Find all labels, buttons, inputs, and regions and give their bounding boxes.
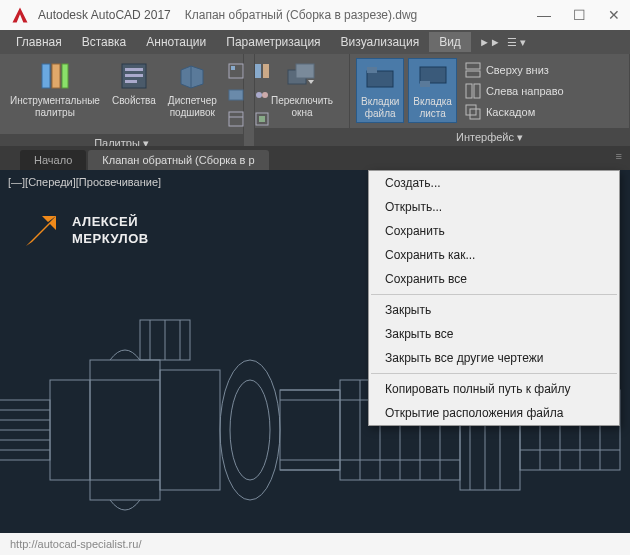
svg-rect-37 — [50, 380, 90, 480]
svg-point-47 — [230, 380, 270, 480]
ctx-create[interactable]: Создать... — [369, 171, 619, 195]
cascade[interactable]: Каскадом — [461, 102, 568, 122]
ctx-open-location[interactable]: Открытие расположения файла — [369, 401, 619, 425]
tab-menu-icon[interactable]: ≡ — [616, 150, 622, 162]
ribbon-extras: ►► ☰ ▾ — [479, 36, 526, 49]
svg-rect-25 — [466, 63, 480, 69]
panel-interface: Вкладки файла Вкладка листа Сверху вниз … — [350, 54, 630, 146]
footer: http://autocad-specialist.ru/ — [0, 533, 630, 555]
ctx-close[interactable]: Закрыть — [369, 298, 619, 322]
switch-windows-button[interactable]: Переключить окна — [267, 58, 337, 121]
svg-rect-11 — [229, 112, 243, 126]
svg-rect-48 — [280, 390, 340, 470]
svg-rect-20 — [296, 64, 314, 78]
maximize-button[interactable]: ☐ — [573, 7, 586, 23]
panel-title-interface[interactable]: Интерфейс▾ — [350, 128, 629, 146]
ctx-save[interactable]: Сохранить — [369, 219, 619, 243]
panel-title-empty — [255, 128, 349, 146]
panel-palettes: Инструментальные палитры Свойства Диспет… — [0, 54, 244, 146]
tile-vertical[interactable]: Слева направо — [461, 81, 568, 101]
tool-palettes-button[interactable]: Инструментальные палитры — [6, 58, 104, 121]
file-tabs-icon — [364, 61, 396, 93]
window-controls: — ☐ ✕ — [537, 7, 620, 23]
tab-view[interactable]: Вид — [429, 32, 471, 52]
tab-parametric[interactable]: Параметризация — [216, 32, 330, 52]
chevron-down-icon: ▾ — [517, 128, 523, 146]
svg-rect-23 — [420, 67, 446, 83]
panel-windows: Переключить окна — [254, 54, 350, 146]
svg-rect-9 — [231, 66, 235, 70]
doc-tab-current[interactable]: Клапан обратный (Сборка в р — [88, 150, 268, 170]
svg-rect-27 — [466, 84, 472, 98]
properties-icon — [118, 60, 150, 92]
ctx-close-all[interactable]: Закрыть все — [369, 322, 619, 346]
tile-horizontal[interactable]: Сверху вниз — [461, 60, 568, 80]
play-icon[interactable]: ►► — [479, 36, 501, 48]
sheetset-icon — [176, 60, 208, 92]
footer-url: http://autocad-specialist.ru/ — [10, 538, 141, 550]
svg-rect-22 — [367, 67, 377, 73]
tile-v-icon — [465, 83, 481, 99]
svg-rect-24 — [420, 81, 430, 87]
document-filename: Клапан обратный (Сборка в разрезе).dwg — [185, 8, 418, 22]
ctx-save-all[interactable]: Сохранить все — [369, 267, 619, 291]
cascade-icon — [465, 104, 481, 120]
file-tabs-button[interactable]: Вкладки файла — [356, 58, 404, 123]
svg-rect-45 — [160, 370, 220, 490]
svg-rect-2 — [62, 64, 68, 88]
svg-point-46 — [220, 360, 280, 500]
svg-rect-26 — [466, 71, 480, 77]
ribbon: Инструментальные палитры Свойства Диспет… — [0, 54, 630, 146]
separator — [371, 294, 617, 295]
tab-home[interactable]: Главная — [6, 32, 72, 52]
watermark: АЛЕКСЕЙ МЕРКУЛОВ — [20, 210, 149, 252]
ctx-copy-path[interactable]: Копировать полный путь к файлу — [369, 377, 619, 401]
svg-rect-21 — [367, 71, 393, 87]
tile-h-icon — [465, 62, 481, 78]
small-btn-2[interactable] — [225, 84, 247, 106]
separator — [371, 373, 617, 374]
tab-context-menu: Создать... Открыть... Сохранить Сохранит… — [368, 170, 620, 426]
ctx-save-as[interactable]: Сохранить как... — [369, 243, 619, 267]
svg-rect-38 — [90, 360, 160, 500]
svg-rect-4 — [125, 68, 143, 71]
svg-rect-10 — [229, 90, 243, 100]
properties-button[interactable]: Свойства — [108, 58, 160, 109]
minimize-button[interactable]: — — [537, 7, 551, 23]
svg-rect-0 — [42, 64, 50, 88]
watermark-arrow-icon — [20, 210, 62, 252]
ctx-close-others[interactable]: Закрыть все другие чертежи — [369, 346, 619, 370]
small-btn-3[interactable] — [225, 108, 247, 130]
svg-rect-30 — [470, 109, 480, 119]
doc-tab-start[interactable]: Начало — [20, 150, 86, 170]
app-logo-icon — [10, 5, 30, 25]
layout-tab-button[interactable]: Вкладка листа — [408, 58, 457, 123]
svg-rect-29 — [466, 105, 476, 115]
small-buttons-col — [225, 58, 247, 130]
ctx-open[interactable]: Открыть... — [369, 195, 619, 219]
titlebar: Autodesk AutoCAD 2017 Клапан обратный (С… — [0, 0, 630, 30]
sheetset-manager-button[interactable]: Диспетчер подшивок — [164, 58, 221, 121]
tile-options: Сверху вниз Слева направо Каскадом — [461, 58, 568, 122]
document-tabs: Начало Клапан обратный (Сборка в р ≡ — [0, 146, 630, 170]
ribbon-tabs: Главная Вставка Аннотации Параметризация… — [0, 30, 630, 54]
tab-visualization[interactable]: Визуализация — [331, 32, 430, 52]
layout-tab-icon — [417, 61, 449, 93]
svg-rect-1 — [52, 64, 60, 88]
small-btn-1[interactable] — [225, 60, 247, 82]
palettes-icon — [39, 60, 71, 92]
close-button[interactable]: ✕ — [608, 7, 620, 23]
tab-annotations[interactable]: Аннотации — [136, 32, 216, 52]
view-label[interactable]: [—][Спереди][Просвечивание] — [8, 176, 161, 188]
svg-rect-5 — [125, 74, 143, 77]
switch-windows-icon — [286, 60, 318, 92]
tab-insert[interactable]: Вставка — [72, 32, 137, 52]
svg-rect-28 — [474, 84, 480, 98]
expand-icon[interactable]: ☰ ▾ — [507, 36, 526, 49]
watermark-text: АЛЕКСЕЙ МЕРКУЛОВ — [72, 214, 149, 248]
svg-rect-6 — [125, 80, 137, 83]
app-name: Autodesk AutoCAD 2017 — [38, 8, 171, 22]
